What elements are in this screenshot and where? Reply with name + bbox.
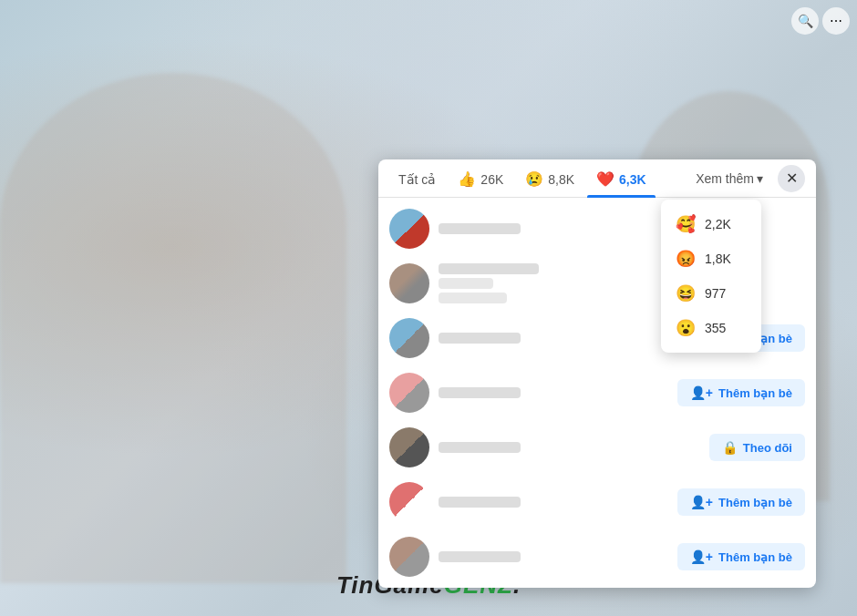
user-name-block [439,497,668,508]
avatar [389,482,429,522]
sad-count: 8,8K [548,172,574,187]
more-icon-btn[interactable]: ⋯ [822,7,850,35]
add-friend-icon-3: 👤+ [690,495,713,509]
name-placeholder-sub [439,278,493,289]
heart-emoji: ❤️ [596,170,614,188]
follow-icon: 🔒 [722,440,738,455]
tab-heart[interactable]: ❤️ 6,3K [587,159,656,197]
sad-emoji: 😢 [525,170,543,188]
heart-count: 6,3K [619,172,646,187]
person-silhouette-left [0,73,346,583]
magnify-icon-btn[interactable]: 🔍 [791,7,819,35]
wow-count: 355 [705,321,726,335]
laugh-count: 977 [705,286,726,301]
name-placeholder [439,497,521,508]
user-name-block [439,333,668,344]
table-row: 🔒 Theo dõi [378,420,816,475]
avatar [389,373,429,413]
user-name-block [439,442,700,453]
theo-doi-button[interactable]: 🔒 Theo dõi [709,434,805,461]
tab-tat-ca[interactable]: Tất cả [389,161,445,196]
name-placeholder [439,263,539,274]
tab-bar: Tất cả 👍 26K 😢 8,8K ❤️ 6,3K Xem thêm ▾ ✕ [378,159,816,198]
close-button[interactable]: ✕ [778,165,805,192]
them-ban-be-label-4: Thêm bạn bè [718,550,792,564]
xem-them-tab[interactable]: Xem thêm ▾ [690,160,769,197]
add-friend-icon-4: 👤+ [690,549,713,564]
haha-emoji-icon: 🥰 [676,214,696,234]
angry-count: 1,8K [705,252,731,266]
avatar [389,318,429,358]
dropdown-item-wow[interactable]: 😮 355 [661,311,761,345]
table-row: 👤+ Thêm bạn bè [378,365,816,420]
tab-sad[interactable]: 😢 8,8K [516,159,583,197]
laugh-emoji-icon: 😆 [676,283,696,303]
add-friend-icon-2: 👤+ [690,385,713,400]
theo-doi-label: Theo dõi [743,441,792,455]
close-icon: ✕ [786,169,798,187]
name-placeholder [439,387,521,398]
avatar [389,427,429,467]
wow-emoji-icon: 😮 [676,318,696,338]
user-name-block [439,387,668,398]
them-ban-be-button-4[interactable]: 👤+ Thêm bạn bè [677,543,805,570]
angry-emoji-icon: 😡 [676,249,696,269]
them-ban-be-label-3: Thêm bạn bè [718,496,792,509]
xem-them-arrow: ▾ [757,171,763,186]
dropdown-item-laugh[interactable]: 😆 977 [661,276,761,311]
table-row: 👤+ Thêm bạn bè [378,529,816,584]
avatar [389,209,429,249]
reactions-dropdown: 🥰 2,2K 😡 1,8K 😆 977 😮 355 [661,200,761,353]
avatar [389,537,429,577]
dropdown-item-haha[interactable]: 🥰 2,2K [661,207,761,241]
avatar [389,263,429,303]
name-placeholder [439,223,521,234]
table-row: 👤+ Thêm bạn bè [378,475,816,529]
top-icon-group: 🔍 ⋯ [791,7,850,35]
haha-count: 2,2K [705,217,731,231]
user-name-block [439,551,668,562]
xem-them-label: Xem thêm [696,171,754,186]
tab-like[interactable]: 👍 26K [449,159,512,197]
them-ban-be-button-2[interactable]: 👤+ Thêm bạn bè [677,379,805,406]
like-count: 26K [480,172,503,187]
dropdown-item-angry[interactable]: 😡 1,8K [661,241,761,276]
tab-tat-ca-label: Tất cả [398,172,436,187]
name-placeholder-sub2 [439,293,507,303]
like-emoji: 👍 [458,170,476,188]
them-ban-be-button-3[interactable]: 👤+ Thêm bạn bè [677,488,805,516]
name-placeholder [439,333,521,344]
them-ban-be-label-2: Thêm bạn bè [718,386,792,400]
reactions-modal: Tất cả 👍 26K 😢 8,8K ❤️ 6,3K Xem thêm ▾ ✕… [378,159,816,588]
name-placeholder [439,551,521,562]
name-placeholder [439,442,521,453]
